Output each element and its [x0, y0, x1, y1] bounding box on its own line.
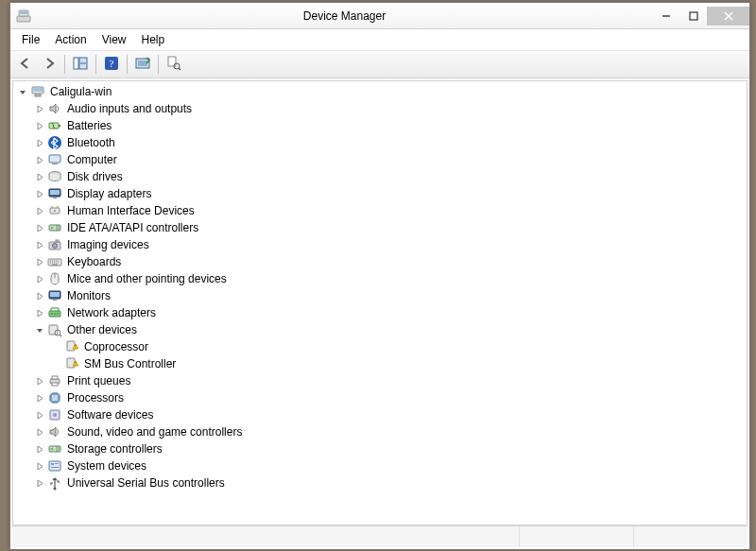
tree-node-label[interactable]: Print queues — [66, 372, 131, 389]
forward-button[interactable] — [38, 53, 60, 76]
other-icon — [47, 322, 62, 337]
tree-node[interactable]: Human Interface Devices — [15, 202, 747, 219]
tree-node-label[interactable]: Human Interface Devices — [66, 202, 196, 219]
expand-icon[interactable] — [34, 273, 45, 284]
svg-rect-49 — [52, 383, 58, 386]
system-icon — [47, 458, 62, 474]
tree-node[interactable]: !SM Bus Controller — [15, 355, 747, 372]
tree-node[interactable]: Computer — [15, 151, 747, 168]
tree-node-label[interactable]: Other devices — [66, 321, 138, 338]
bluetooth-icon — [47, 135, 62, 150]
expand-icon[interactable] — [34, 443, 45, 455]
expand-icon[interactable] — [34, 222, 45, 233]
client-area: Caligula-winAudio inputs and outputsBatt… — [10, 78, 749, 549]
expand-icon[interactable] — [34, 307, 45, 319]
expand-icon[interactable] — [34, 103, 45, 114]
tree-node-label[interactable]: Caligula-win — [49, 83, 112, 100]
expand-icon[interactable] — [34, 188, 45, 199]
expand-icon[interactable] — [34, 205, 45, 216]
tree-node[interactable]: Software devices — [15, 406, 747, 423]
tree-node-label[interactable]: Universal Serial Bus controllers — [66, 474, 226, 491]
back-button[interactable] — [14, 53, 37, 76]
tree-node[interactable]: Caligula-win — [15, 83, 747, 100]
tree-node[interactable]: Sound, video and game controllers — [15, 423, 747, 440]
expand-icon[interactable] — [34, 137, 45, 148]
tree-node-label[interactable]: IDE ATA/ATAPI controllers — [66, 219, 199, 236]
tree-node[interactable]: Bluetooth — [15, 134, 747, 151]
menu-help[interactable]: Help — [134, 32, 173, 47]
tree-node[interactable]: Monitors — [15, 287, 747, 304]
tree-node-label[interactable]: Monitors — [66, 287, 112, 304]
tree-node-label[interactable]: Computer — [66, 151, 118, 168]
show-hide-console-icon — [73, 56, 88, 74]
svg-rect-0 — [17, 16, 30, 22]
tree-node-label[interactable]: Mice and other pointing devices — [66, 270, 228, 287]
title-bar[interactable]: Device Manager — [10, 3, 749, 29]
expand-icon[interactable] — [34, 120, 45, 131]
expand-icon[interactable] — [34, 426, 45, 438]
usb-icon — [47, 475, 62, 491]
scan-button[interactable] — [131, 53, 154, 76]
tree-node[interactable]: Batteries — [15, 117, 747, 134]
properties-icon — [166, 56, 181, 74]
tree-node-label[interactable]: Software devices — [66, 406, 154, 423]
svg-point-32 — [53, 244, 58, 249]
tree-node[interactable]: Keyboards — [15, 253, 747, 270]
help-button[interactable]: ? — [100, 53, 123, 76]
tree-node[interactable]: Mice and other pointing devices — [15, 270, 747, 287]
tree-node-label[interactable]: Bluetooth — [66, 134, 116, 151]
tree-node[interactable]: Print queues — [15, 372, 747, 389]
svg-text:!: ! — [75, 344, 76, 350]
tree-node-label[interactable]: Coprocessor — [83, 338, 149, 355]
tree-node[interactable]: Imaging devices — [15, 236, 747, 253]
collapse-icon[interactable] — [34, 324, 45, 336]
tree-node-label[interactable]: Batteries — [66, 117, 112, 134]
expand-icon[interactable] — [34, 477, 45, 489]
tree-node-label[interactable]: Imaging devices — [66, 236, 150, 253]
tree-node[interactable]: Audio inputs and outputs — [15, 100, 747, 117]
expand-icon[interactable] — [34, 256, 45, 267]
tree-node-label[interactable]: System devices — [66, 457, 147, 474]
expand-icon[interactable] — [34, 171, 45, 182]
tree-node-label[interactable]: Network adapters — [66, 304, 157, 321]
tree-node[interactable]: IDE ATA/ATAPI controllers — [15, 219, 747, 236]
menu-action[interactable]: Action — [47, 32, 94, 47]
hid-icon — [47, 203, 62, 218]
expand-icon[interactable] — [34, 460, 45, 472]
maximize-button[interactable] — [679, 7, 707, 26]
tree-node[interactable]: Processors — [15, 389, 747, 406]
tree-node[interactable]: Storage controllers — [15, 440, 747, 457]
mouse-icon — [47, 271, 62, 286]
close-button[interactable] — [707, 7, 749, 26]
tree-node-label[interactable]: Display adapters — [66, 185, 152, 202]
expand-icon[interactable] — [34, 375, 45, 387]
tree-node-label[interactable]: Processors — [66, 389, 125, 406]
device-tree[interactable]: Caligula-winAudio inputs and outputsBatt… — [12, 80, 747, 525]
minimize-button[interactable] — [652, 7, 679, 26]
tree-node-label[interactable]: Sound, video and game controllers — [66, 423, 243, 440]
tree-node[interactable]: Other devices — [15, 321, 747, 338]
show-hide-button[interactable] — [69, 53, 92, 76]
warning-device-icon: ! — [64, 356, 79, 371]
tree-node-label[interactable]: Keyboards — [66, 253, 122, 270]
tree-node-label[interactable]: Storage controllers — [66, 440, 163, 457]
tree-node[interactable]: System devices — [15, 457, 747, 474]
expand-icon[interactable] — [34, 409, 45, 421]
svg-point-59 — [54, 488, 57, 491]
collapse-icon[interactable] — [17, 86, 28, 97]
expand-icon[interactable] — [34, 239, 45, 250]
tree-node[interactable]: !Coprocessor — [15, 338, 747, 355]
expand-icon[interactable] — [34, 154, 45, 165]
properties-button[interactable] — [163, 53, 185, 76]
tree-node-label[interactable]: Disk drives — [66, 168, 124, 185]
menu-view[interactable]: View — [94, 32, 134, 47]
tree-node[interactable]: Display adapters — [15, 185, 747, 202]
expand-icon[interactable] — [34, 392, 45, 404]
tree-node-label[interactable]: Audio inputs and outputs — [66, 100, 193, 117]
tree-node-label[interactable]: SM Bus Controller — [83, 355, 177, 372]
tree-node[interactable]: Network adapters — [15, 304, 747, 321]
tree-node[interactable]: Universal Serial Bus controllers — [15, 474, 747, 491]
menu-file[interactable]: File — [14, 32, 47, 47]
expand-icon[interactable] — [34, 290, 45, 301]
tree-node[interactable]: Disk drives — [15, 168, 747, 185]
